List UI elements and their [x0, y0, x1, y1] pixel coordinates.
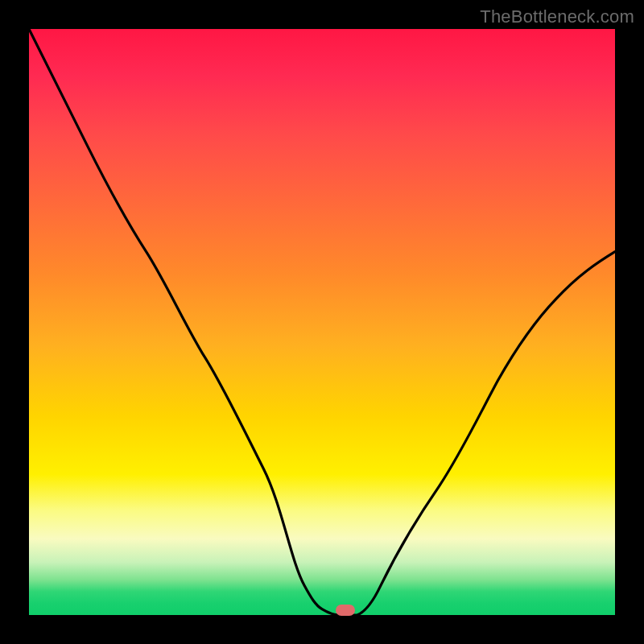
chart-frame: TheBottleneck.com [0, 0, 644, 644]
optimal-point-marker [336, 605, 355, 616]
attribution-text: TheBottleneck.com [480, 6, 634, 27]
bottleneck-curve [29, 29, 615, 615]
chart-plot-area [29, 29, 615, 615]
